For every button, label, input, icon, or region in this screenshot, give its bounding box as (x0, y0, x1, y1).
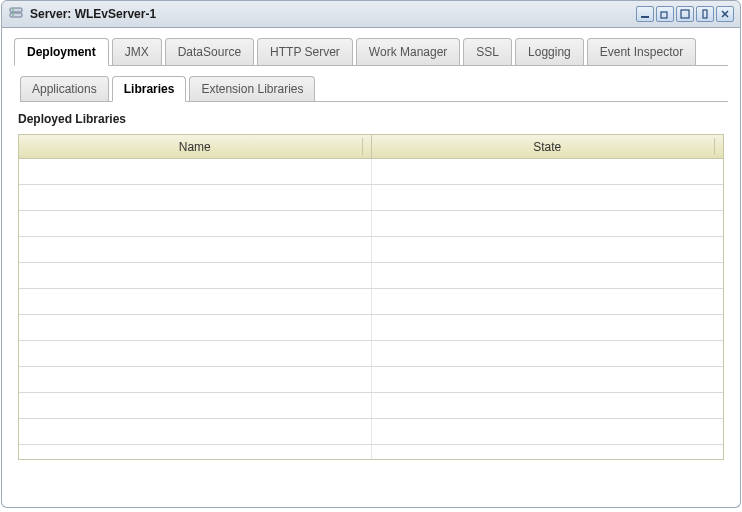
table-row (19, 445, 723, 459)
sub-tabs: Applications Libraries Extension Librari… (20, 76, 728, 102)
cell-state (371, 341, 724, 366)
cell-name (19, 237, 371, 262)
close-button[interactable] (716, 6, 734, 22)
cell-name (19, 315, 371, 340)
cell-state (371, 393, 724, 418)
svg-rect-5 (661, 12, 667, 18)
column-resize-handle[interactable] (362, 138, 363, 155)
cell-state (371, 315, 724, 340)
section-title: Deployed Libraries (18, 112, 728, 126)
cell-state (371, 367, 724, 392)
cell-name (19, 341, 371, 366)
table-row[interactable] (19, 367, 723, 393)
panel-body: Deployment JMX DataSource HTTP Server Wo… (1, 28, 741, 508)
svg-point-2 (12, 9, 14, 11)
svg-rect-0 (10, 8, 22, 12)
subtab-extension-libraries[interactable]: Extension Libraries (189, 76, 315, 101)
subtab-label: Libraries (124, 82, 175, 96)
table-row[interactable] (19, 393, 723, 419)
libraries-table: Name State (18, 134, 724, 460)
minimize-button[interactable] (636, 6, 654, 22)
column-resize-handle[interactable] (714, 138, 715, 155)
tab-label: Work Manager (369, 45, 447, 59)
cell-name (19, 445, 371, 459)
tab-work-manager[interactable]: Work Manager (356, 38, 460, 65)
server-panel: Server: WLEvServer-1 Deployment JMX Data… (1, 0, 741, 508)
cell-name (19, 419, 371, 444)
svg-rect-1 (10, 13, 22, 17)
tab-datasource[interactable]: DataSource (165, 38, 254, 65)
tab-jmx[interactable]: JMX (112, 38, 162, 65)
svg-rect-6 (681, 10, 689, 18)
cell-name (19, 367, 371, 392)
column-label: State (533, 140, 561, 154)
table-row[interactable] (19, 341, 723, 367)
svg-rect-4 (641, 16, 649, 18)
subtab-label: Applications (32, 82, 97, 96)
tab-label: Event Inspector (600, 45, 683, 59)
cell-name (19, 289, 371, 314)
tab-label: HTTP Server (270, 45, 340, 59)
table-row[interactable] (19, 263, 723, 289)
cell-name (19, 393, 371, 418)
tab-event-inspector[interactable]: Event Inspector (587, 38, 696, 65)
cell-name (19, 211, 371, 236)
cell-state (371, 263, 724, 288)
svg-point-3 (12, 14, 14, 16)
table-row[interactable] (19, 237, 723, 263)
window-controls (636, 6, 734, 22)
table-row[interactable] (19, 289, 723, 315)
tab-deployment[interactable]: Deployment (14, 38, 109, 66)
svg-rect-7 (703, 10, 707, 18)
column-header-state[interactable]: State (371, 135, 724, 158)
tab-label: JMX (125, 45, 149, 59)
tab-label: Deployment (27, 45, 96, 59)
restore-button[interactable] (656, 6, 674, 22)
window-title: Server: WLEvServer-1 (30, 7, 636, 21)
cell-state (371, 445, 724, 459)
cell-state (371, 159, 724, 184)
tab-label: DataSource (178, 45, 241, 59)
server-icon (8, 6, 24, 22)
table-row[interactable] (19, 185, 723, 211)
column-header-name[interactable]: Name (19, 135, 371, 158)
subtab-applications[interactable]: Applications (20, 76, 109, 101)
tab-ssl[interactable]: SSL (463, 38, 512, 65)
cell-state (371, 185, 724, 210)
cell-name (19, 159, 371, 184)
subtab-label: Extension Libraries (201, 82, 303, 96)
subtab-libraries[interactable]: Libraries (112, 76, 187, 102)
table-row[interactable] (19, 419, 723, 445)
maximize-button[interactable] (676, 6, 694, 22)
tab-http-server[interactable]: HTTP Server (257, 38, 353, 65)
cell-name (19, 263, 371, 288)
table-header: Name State (19, 135, 723, 159)
tab-label: Logging (528, 45, 571, 59)
table-row[interactable] (19, 211, 723, 237)
cell-state (371, 211, 724, 236)
main-tabs: Deployment JMX DataSource HTTP Server Wo… (14, 38, 728, 66)
tab-logging[interactable]: Logging (515, 38, 584, 65)
table-row[interactable] (19, 159, 723, 185)
table-body (19, 159, 723, 459)
cell-state (371, 237, 724, 262)
column-label: Name (179, 140, 211, 154)
cell-state (371, 419, 724, 444)
cell-name (19, 185, 371, 210)
collapse-button[interactable] (696, 6, 714, 22)
cell-state (371, 289, 724, 314)
table-row[interactable] (19, 315, 723, 341)
tab-label: SSL (476, 45, 499, 59)
titlebar: Server: WLEvServer-1 (1, 0, 741, 28)
